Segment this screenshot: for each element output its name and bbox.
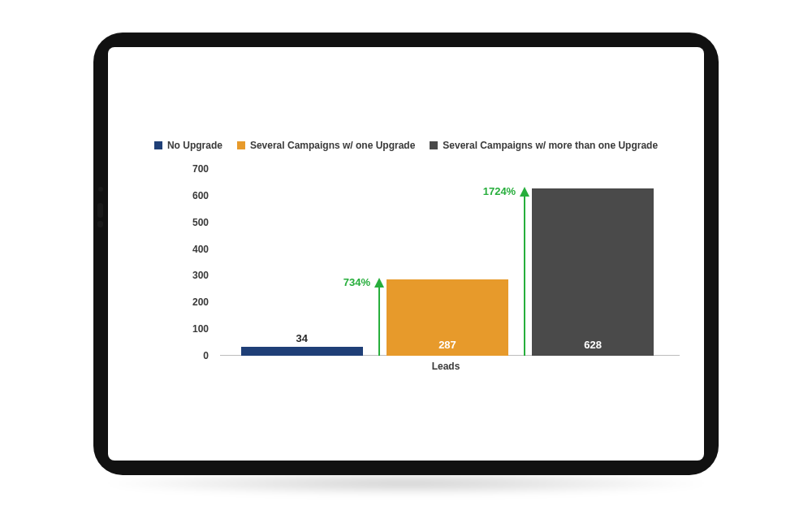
y-tick-label: 500 [192,217,209,228]
arrow-line-icon [524,197,525,356]
legend-swatch-icon [237,141,245,149]
bar-no-upgrade: 34 [241,347,363,356]
legend-label: No Upgrade [167,140,222,151]
growth-arrow: 1724% [524,188,525,356]
growth-arrow: 734% [378,279,380,356]
legend-swatch-icon [154,141,162,149]
y-tick-label: 700 [192,163,209,175]
bar-one-upgrade: 287 [387,279,508,356]
y-tick-label: 0 [203,350,209,361]
legend-item: Several Campaigns w/ more than one Upgra… [430,140,658,151]
tablet-sensor-icon [97,221,103,227]
y-axis: 700 600 500 400 300 200 100 0 [181,169,214,356]
legend-swatch-icon [430,141,438,149]
arrow-line-icon [378,288,380,356]
tablet-frame: No Upgrade Several Campaigns w/ one Upgr… [93,32,719,475]
y-tick-label: 400 [192,244,209,255]
arrow-up-icon [374,278,384,288]
x-axis-label: Leads [220,361,672,372]
arrow-up-icon [520,187,529,197]
chart-bars: 34 734% 287 1724% 628 Le [220,169,672,356]
y-tick-label: 200 [192,296,209,308]
y-tick-label: 300 [192,270,209,281]
growth-percent-label: 1724% [483,185,516,197]
y-tick-label: 100 [192,323,209,335]
legend-item: Several Campaigns w/ one Upgrade [237,140,415,151]
legend-label: Several Campaigns w/ one Upgrade [250,140,415,151]
y-tick-label: 600 [192,190,209,201]
tablet-sensor-icon [97,203,103,218]
legend-label: Several Campaigns w/ more than one Upgra… [443,140,658,151]
tablet-camera-icon [98,187,103,192]
chart-plot: 700 600 500 400 300 200 100 0 34 7 [181,169,672,356]
bar-multi-upgrade: 628 [532,188,654,356]
chart-legend: No Upgrade Several Campaigns w/ one Upgr… [108,140,704,151]
growth-percent-label: 734% [343,276,370,288]
tablet-screen: No Upgrade Several Campaigns w/ one Upgr… [108,47,704,461]
bar-value-label: 287 [387,339,508,351]
bar-value-label: 628 [532,339,654,351]
bar-value-label: 34 [241,332,363,344]
legend-item: No Upgrade [154,140,222,151]
